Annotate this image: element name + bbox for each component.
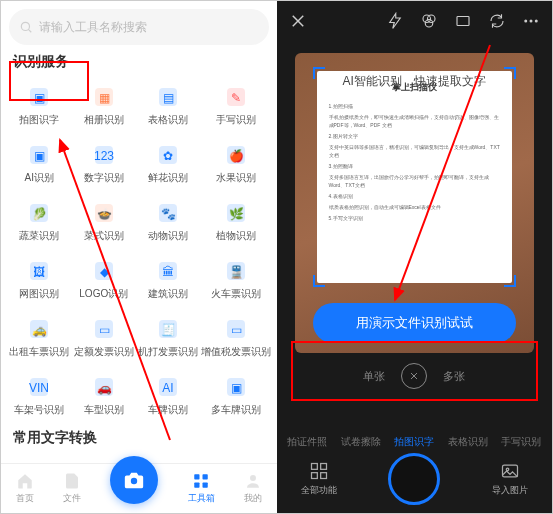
service-item[interactable]: ▭定额发票识别 <box>72 309 137 367</box>
svg-text:▤: ▤ <box>163 91 174 105</box>
service-item[interactable]: VIN车架号识别 <box>7 367 72 425</box>
function-tabs: 拍证件照试卷擦除拍图识字表格识别手写识别 <box>277 435 553 449</box>
service-item[interactable]: ◆LOGO识别 <box>72 251 137 309</box>
mode-single[interactable]: 单张 <box>363 369 385 384</box>
service-label: 机打发票识别 <box>138 345 198 359</box>
svg-rect-61 <box>457 17 469 26</box>
svg-point-59 <box>428 15 436 23</box>
service-icon: 🍎 <box>224 143 248 167</box>
close-icon[interactable] <box>289 12 307 30</box>
shutter-button[interactable] <box>388 453 440 505</box>
fn-tab[interactable]: 试卷擦除 <box>341 435 381 449</box>
fn-tab[interactable]: 手写识别 <box>501 435 541 449</box>
service-icon: VIN <box>27 375 51 399</box>
grid-icon <box>309 461 329 481</box>
import-image-button[interactable]: 导入图片 <box>492 461 528 497</box>
service-label: AI识别 <box>25 171 54 185</box>
service-item[interactable]: ▦相册识别 <box>72 77 137 135</box>
nav-me[interactable]: 我的 <box>244 472 262 505</box>
refresh-icon[interactable] <box>488 12 506 30</box>
service-label: 网图识别 <box>19 287 59 301</box>
service-icon: ▭ <box>224 317 248 341</box>
flash-icon[interactable] <box>386 12 404 30</box>
service-item[interactable]: AI车牌识别 <box>136 367 201 425</box>
search-input[interactable] <box>39 20 259 34</box>
all-functions-button[interactable]: 全部功能 <box>301 461 337 497</box>
svg-rect-54 <box>203 483 208 488</box>
mode-close[interactable] <box>401 363 427 389</box>
svg-text:✿: ✿ <box>163 149 173 163</box>
service-item[interactable]: 🏛建筑识别 <box>136 251 201 309</box>
service-item[interactable]: 123数字识别 <box>72 135 137 193</box>
service-item[interactable]: ▤表格识别 <box>136 77 201 135</box>
svg-text:▣: ▣ <box>34 91 45 105</box>
svg-text:🍎: 🍎 <box>228 148 243 163</box>
banner-text: AI智能识别，快速提取文字 <box>315 73 515 90</box>
service-icon: ◆ <box>92 259 116 283</box>
service-item[interactable]: ▣多车牌识别 <box>201 367 271 425</box>
viewfinder: AI智能识别，快速提取文字 掌上扫描仪 1.拍照扫描手机拍摄纸质文件，即可快速生… <box>295 53 535 353</box>
svg-text:✎: ✎ <box>231 91 241 105</box>
service-icon: 🌿 <box>224 201 248 225</box>
svg-rect-70 <box>320 473 326 479</box>
camera-top-bar <box>277 1 553 41</box>
service-item[interactable]: ▣拍图识字 <box>7 77 72 135</box>
nav-tools[interactable]: 工具箱 <box>188 472 215 505</box>
right-screen: AI智能识别，快速提取文字 掌上扫描仪 1.拍照扫描手机拍摄纸质文件，即可快速生… <box>277 1 553 513</box>
fn-tab[interactable]: 表格识别 <box>448 435 488 449</box>
service-item[interactable]: 🥬蔬菜识别 <box>7 193 72 251</box>
service-item[interactable]: 🍎水果识别 <box>201 135 271 193</box>
svg-text:VIN: VIN <box>29 381 49 395</box>
service-icon: 🍲 <box>92 201 116 225</box>
svg-text:🚆: 🚆 <box>228 264 243 279</box>
svg-text:🖼: 🖼 <box>33 265 45 279</box>
service-item[interactable]: 🌿植物识别 <box>201 193 271 251</box>
service-icon: 🥬 <box>27 201 51 225</box>
service-icon: 🖼 <box>27 259 51 283</box>
svg-text:🚕: 🚕 <box>32 322 47 337</box>
service-label: 动物识别 <box>148 229 188 243</box>
mode-multi[interactable]: 多张 <box>443 369 465 384</box>
fn-tab[interactable]: 拍图识字 <box>394 435 434 449</box>
more-icon[interactable] <box>522 12 540 30</box>
camera-button[interactable] <box>110 456 158 504</box>
service-item[interactable]: 🚗车型识别 <box>72 367 137 425</box>
svg-rect-68 <box>320 464 326 470</box>
image-icon <box>500 461 520 481</box>
services-grid: ▣拍图识字▦相册识别▤表格识别✎手写识别▣AI识别123数字识别✿鲜花识别🍎水果… <box>1 77 277 425</box>
service-item[interactable]: ▭增值税发票识别 <box>201 309 271 367</box>
demo-button[interactable]: 用演示文件识别试试 <box>313 303 517 343</box>
service-item[interactable]: 🧾机打发票识别 <box>136 309 201 367</box>
bottom-nav: 首页 文件 工具箱 我的 <box>1 463 277 513</box>
nav-files[interactable]: 文件 <box>63 472 81 505</box>
nav-home[interactable]: 首页 <box>16 472 34 505</box>
crop-corner[interactable] <box>313 275 325 287</box>
service-icon: 123 <box>92 143 116 167</box>
service-icon: ▦ <box>92 85 116 109</box>
service-label: 表格识别 <box>148 113 188 127</box>
svg-text:▭: ▭ <box>98 323 109 337</box>
section2-title: 常用文字转换 <box>13 429 265 447</box>
service-item[interactable]: ✿鲜花识别 <box>136 135 201 193</box>
service-item[interactable]: 🚆火车票识别 <box>201 251 271 309</box>
filter-icon[interactable] <box>420 12 438 30</box>
ratio-icon[interactable] <box>454 12 472 30</box>
svg-text:🌿: 🌿 <box>228 206 243 221</box>
search-bar[interactable] <box>9 9 269 45</box>
service-item[interactable]: 🐾动物识别 <box>136 193 201 251</box>
service-label: 出租车票识别 <box>9 345 69 359</box>
service-item[interactable]: ✎手写识别 <box>201 77 271 135</box>
service-item[interactable]: 🍲菜式识别 <box>72 193 137 251</box>
service-item[interactable]: 🚕出租车票识别 <box>7 309 72 367</box>
svg-text:◆: ◆ <box>99 265 109 279</box>
svg-text:🥬: 🥬 <box>32 206 47 221</box>
demo-document: 掌上扫描仪 1.拍照扫描手机拍摄纸质文件，即可快速生成清晰扫描件，支持自动切边、… <box>317 71 513 283</box>
service-item[interactable]: ▣AI识别 <box>7 135 72 193</box>
service-label: 菜式识别 <box>84 229 124 243</box>
crop-corner[interactable] <box>504 275 516 287</box>
camera-icon <box>123 469 145 491</box>
service-item[interactable]: 🖼网图识别 <box>7 251 72 309</box>
fn-tab[interactable]: 拍证件照 <box>287 435 327 449</box>
mode-tabs: 单张 多张 <box>277 363 553 389</box>
svg-text:123: 123 <box>94 149 114 163</box>
